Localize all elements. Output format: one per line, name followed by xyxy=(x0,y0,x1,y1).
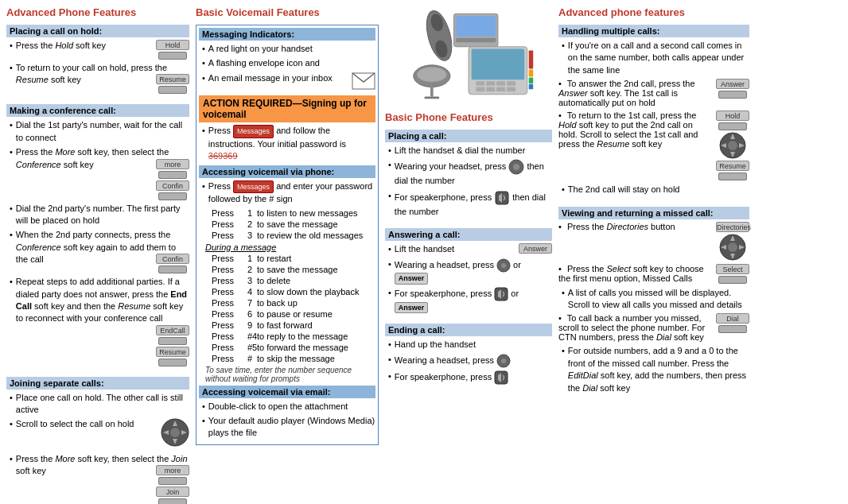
svg-rect-26 xyxy=(529,84,534,89)
svg-rect-29 xyxy=(430,86,434,97)
bullet-icon: • xyxy=(202,44,205,53)
heading-answering: Answering a call: xyxy=(385,228,552,241)
bullet-icon: • xyxy=(562,41,565,50)
messages-icon: Messages xyxy=(233,125,274,138)
right-btn-area: • To answer the 2nd call, press the Answ… xyxy=(558,79,749,107)
bullet-icon: • xyxy=(10,419,13,428)
bullet-icon: • xyxy=(388,244,391,254)
headset-key2-icon xyxy=(496,258,511,273)
bullet-icon: • xyxy=(202,58,205,68)
svg-rect-30 xyxy=(425,97,439,99)
press-row: Press#4to reply to the message xyxy=(205,331,375,341)
confin-softkey xyxy=(158,192,187,200)
list-item: • Press the More soft key, then select t… xyxy=(6,453,189,504)
directories-button: Directories xyxy=(716,222,749,232)
list-item: • Press Messages and follow the instruct… xyxy=(199,125,375,162)
answer2-softkey xyxy=(718,91,747,99)
speaker-key-icon xyxy=(494,190,510,206)
resume3-softkey xyxy=(718,173,747,180)
list-item: • Dial the 2nd party's number. The first… xyxy=(6,203,189,227)
list-item: • Press Messages and enter your password… xyxy=(199,180,375,206)
list-item: • Double-click to open the attachment xyxy=(199,401,375,413)
section-join: Joining separate calls: • Place one call… xyxy=(6,377,189,504)
voicemail-box: Messaging Indicators: • A red light on y… xyxy=(196,25,379,445)
bullet-icon: • xyxy=(388,339,391,349)
confin2-button: Confin xyxy=(156,254,189,264)
during-message-label: During a message xyxy=(199,242,375,252)
action-required: ACTION REQUIRED—Signing up for voicemail xyxy=(199,95,375,122)
svg-rect-16 xyxy=(486,81,495,86)
svg-rect-9 xyxy=(456,38,496,43)
press-row: Press2to save the message xyxy=(205,265,375,274)
section-multiple-calls: Handling multiple calls: • If you're on … xyxy=(558,25,749,199)
more2-button: more xyxy=(156,465,189,475)
resume2-button: Resume xyxy=(156,347,189,357)
nav-pad-join xyxy=(161,418,189,450)
press-row: Press3to review the old messages xyxy=(205,231,375,240)
list-item: • Wearing a headset, press xyxy=(385,354,552,368)
svg-point-32 xyxy=(513,164,519,170)
bullet-icon: • xyxy=(202,126,205,135)
bullet-icon: • xyxy=(388,191,391,200)
answer2-button: Answer xyxy=(716,79,749,89)
bullet-icon: • xyxy=(558,79,562,88)
dial-button: Dial xyxy=(716,313,749,324)
column-3: Basic Phone Features Placing a call: • L… xyxy=(385,6,552,504)
list-item: • Hand up the handset xyxy=(385,339,552,351)
nav-pad4-icon xyxy=(719,234,746,261)
italic-note: To save time, enter the number sequence … xyxy=(199,366,375,383)
bullet-icon: • xyxy=(562,346,565,355)
endcall-button: EndCall xyxy=(156,325,189,335)
svg-rect-19 xyxy=(476,87,484,92)
section-answering: Answering a call: • Lift the handset Ans… xyxy=(385,228,552,316)
svg-rect-25 xyxy=(529,78,534,83)
list-item: • Lift the handset & dial the number xyxy=(385,145,552,157)
list-item: • Repeat steps to add additional parties… xyxy=(6,276,189,366)
list-item: • Scroll to select the call on hold xyxy=(6,418,189,450)
resume2-softkey xyxy=(158,359,187,366)
speaker-key2-icon xyxy=(494,287,508,301)
svg-point-36 xyxy=(501,263,506,268)
press-row: Press2to save the message xyxy=(205,219,375,229)
more2-softkey xyxy=(158,477,187,485)
bullet-icon: • xyxy=(202,73,205,83)
list-item: • Your default audio player (Windows Med… xyxy=(199,415,375,440)
bullet-icon: • xyxy=(388,288,391,297)
heading-voicemail-email: Accessing voicemail via email: xyxy=(199,386,375,398)
bullet-icon: • xyxy=(202,181,205,191)
headset-key-icon xyxy=(508,159,524,175)
bullet-icon: • xyxy=(10,230,13,239)
press-row: Press3to delete xyxy=(205,276,375,285)
list-item: • A red light on your handset xyxy=(199,43,375,55)
svg-rect-18 xyxy=(507,81,515,86)
press-row: Press1to restart xyxy=(205,254,375,263)
resume-button: Resume xyxy=(156,74,189,84)
right-btn-area: • Press the Directories button Directori… xyxy=(558,222,749,261)
list-item: • Wearing your headset, press then dial … xyxy=(385,159,552,187)
bullet-icon: • xyxy=(388,355,391,364)
col4-title: Advanced phone features xyxy=(558,6,749,18)
phone-images xyxy=(385,6,552,102)
hold-button: Hold xyxy=(156,40,189,50)
press-rows-1: Press1to listen to new messages Press2to… xyxy=(199,208,375,240)
svg-rect-17 xyxy=(496,81,505,86)
answer-inline2: Answer xyxy=(395,302,429,314)
heading-multiple-calls: Handling multiple calls: xyxy=(558,25,749,37)
confin2-softkey xyxy=(158,266,187,273)
right-btn-area: • To call back a number you missed, scro… xyxy=(558,313,749,342)
bullet-icon: • xyxy=(388,145,391,155)
heading-voicemail-phone: Accessing voicemail via phone: xyxy=(199,165,375,178)
nav-pad3-icon xyxy=(719,132,746,159)
col1-title: Advanced Phone Features xyxy=(6,6,189,18)
messages-icon2: Messages xyxy=(233,180,274,194)
bullet-icon: • xyxy=(558,110,562,120)
col2-title: Basic Voicemail Features xyxy=(196,6,379,18)
select-softkey xyxy=(718,276,747,284)
press-row: Press4to slow down the playback xyxy=(205,287,375,297)
column-1: Advanced Phone Features Placing a call o… xyxy=(6,6,189,504)
col3-title: Basic Phone Features xyxy=(385,111,552,123)
heading-conference: Making a conference call: xyxy=(6,104,189,117)
hold-softkey xyxy=(158,52,187,60)
resume-softkey xyxy=(158,86,187,94)
bullet-icon: • xyxy=(10,63,13,72)
